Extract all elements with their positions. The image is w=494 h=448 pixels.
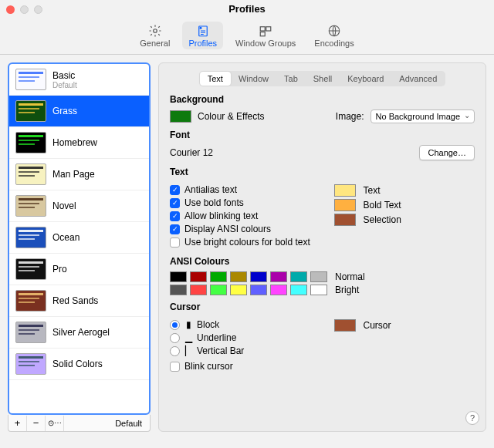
profile-name: Novel bbox=[52, 200, 76, 211]
text-colour-well-1[interactable] bbox=[334, 199, 356, 211]
tab-keyboard[interactable]: Keyboard bbox=[340, 72, 391, 86]
cursor-style-block[interactable]: ▮Block bbox=[170, 319, 311, 330]
profile-name: Pro bbox=[52, 264, 67, 275]
profile-thumb bbox=[15, 353, 46, 375]
ansi-normal-5[interactable] bbox=[270, 271, 287, 282]
window-title: Profiles bbox=[0, 3, 494, 15]
text-colour-label: Bold Text bbox=[364, 200, 401, 211]
profiles-list[interactable]: BasicDefaultGrassHomebrewMan PageNovelOc… bbox=[8, 62, 151, 415]
profile-row-grass[interactable]: Grass bbox=[9, 96, 149, 127]
text-option-1[interactable]: ✓Use bold fonts bbox=[170, 197, 311, 208]
ansi-bright-7[interactable] bbox=[310, 285, 327, 295]
profile-row-homebrew[interactable]: Homebrew bbox=[9, 127, 149, 159]
profile-thumb bbox=[15, 132, 46, 153]
checkbox-label: Display ANSI colours bbox=[184, 224, 271, 234]
ansi-bright-4[interactable] bbox=[250, 285, 267, 295]
cursor-colour-well[interactable] bbox=[334, 319, 356, 332]
ansi-normal-0[interactable] bbox=[170, 271, 187, 282]
toolbar-item-window-groups[interactable]: Window Groups bbox=[229, 22, 302, 49]
tab-advanced[interactable]: Advanced bbox=[391, 72, 445, 86]
cursor-heading: Cursor bbox=[170, 301, 475, 312]
add-profile-button[interactable]: + bbox=[8, 416, 27, 431]
profile-row-solid-colors[interactable]: Solid Colors bbox=[9, 349, 149, 380]
profile-thumb bbox=[15, 258, 46, 280]
tab-window[interactable]: Window bbox=[231, 72, 276, 86]
ansi-bright-1[interactable] bbox=[190, 285, 207, 295]
remove-profile-button[interactable]: − bbox=[27, 416, 46, 431]
profile-name: Ocean bbox=[52, 232, 80, 243]
profile-thumb bbox=[15, 69, 46, 90]
font-value: Courier 12 bbox=[170, 147, 213, 158]
text-colour-label: Text bbox=[364, 185, 381, 196]
cursor-style-underline[interactable]: ▁Underline bbox=[170, 332, 311, 343]
change-font-button[interactable]: Change… bbox=[419, 145, 475, 160]
text-option-0[interactable]: ✓Antialias text bbox=[170, 184, 311, 195]
background-colour-well[interactable] bbox=[170, 110, 191, 123]
profile-row-man-page[interactable]: Man Page bbox=[9, 159, 149, 190]
profile-detail-pane: TextWindowTabShellKeyboardAdvanced Backg… bbox=[158, 62, 486, 432]
ansi-bright-3[interactable] bbox=[230, 285, 247, 295]
checkbox-icon: ✓ bbox=[170, 224, 180, 234]
profile-name: Silver Aerogel bbox=[52, 327, 110, 338]
profile-thumb bbox=[15, 195, 46, 217]
profile-thumb bbox=[15, 100, 46, 122]
ansi-normal-6[interactable] bbox=[290, 271, 307, 282]
text-option-3[interactable]: ✓Display ANSI colours bbox=[170, 224, 311, 234]
toolbar-item-encodings[interactable]: Encodings bbox=[308, 22, 360, 49]
set-default-button[interactable]: Default bbox=[107, 419, 150, 428]
tab-text[interactable]: Text bbox=[200, 72, 231, 86]
profile-thumb bbox=[15, 163, 46, 185]
checkbox-label: Blink cursor bbox=[184, 361, 233, 372]
profile-row-silver-aerogel[interactable]: Silver Aerogel bbox=[9, 317, 149, 349]
text-colour-well-0[interactable] bbox=[334, 184, 356, 197]
ansi-bright-2[interactable] bbox=[210, 285, 227, 295]
svg-point-2 bbox=[200, 27, 201, 29]
checkbox-icon bbox=[170, 362, 180, 372]
ansi-normal-3[interactable] bbox=[230, 271, 247, 282]
tab-tab[interactable]: Tab bbox=[276, 72, 306, 86]
ansi-normal-2[interactable] bbox=[210, 271, 227, 282]
svg-rect-3 bbox=[260, 27, 265, 31]
radio-icon bbox=[170, 346, 180, 356]
ansi-normal-7[interactable] bbox=[310, 271, 327, 282]
cursor-swatch-label: Cursor bbox=[364, 320, 391, 331]
font-heading: Font bbox=[170, 130, 475, 140]
profile-name: Man Page bbox=[52, 169, 95, 180]
ansi-bright-6[interactable] bbox=[290, 285, 307, 295]
profile-row-pro[interactable]: Pro bbox=[9, 254, 149, 285]
profile-row-basic[interactable]: BasicDefault bbox=[9, 64, 149, 96]
radio-icon bbox=[170, 333, 180, 343]
text-option-2[interactable]: ✓Allow blinking text bbox=[170, 211, 311, 221]
text-option-4[interactable]: Use bright colours for bold text bbox=[170, 237, 311, 248]
checkbox-label: Allow blinking text bbox=[184, 211, 258, 221]
background-image-select[interactable]: No Background Image bbox=[370, 109, 475, 123]
checkbox-icon: ✓ bbox=[170, 198, 180, 208]
profile-name: Homebrew bbox=[52, 137, 97, 148]
profile-row-ocean[interactable]: Ocean bbox=[9, 222, 149, 254]
svg-rect-4 bbox=[266, 27, 271, 31]
colour-effects-label: Colour & Effects bbox=[198, 111, 264, 122]
profile-name: Basic bbox=[52, 70, 77, 81]
checkbox-label: Use bright colours for bold text bbox=[184, 237, 310, 248]
help-button[interactable]: ? bbox=[465, 411, 479, 425]
text-colour-well-2[interactable] bbox=[334, 214, 356, 226]
tab-shell[interactable]: Shell bbox=[306, 72, 340, 86]
profile-menu-button[interactable]: ⊙⋯ bbox=[46, 416, 64, 431]
profile-row-novel[interactable]: Novel bbox=[9, 190, 149, 222]
ansi-bright-label: Bright bbox=[335, 285, 359, 295]
svg-rect-5 bbox=[260, 32, 265, 36]
ansi-normal-4[interactable] bbox=[250, 271, 267, 282]
toolbar-item-profiles[interactable]: Profiles bbox=[182, 22, 223, 49]
profile-row-red-sands[interactable]: Red Sands bbox=[9, 285, 149, 317]
image-label: Image: bbox=[336, 111, 364, 122]
ansi-normal-1[interactable] bbox=[190, 271, 207, 282]
cursor-style-vertical-bar[interactable]: ▏Vertical Bar bbox=[170, 345, 311, 356]
radio-label: Vertical Bar bbox=[197, 345, 244, 356]
blink-cursor-checkbox[interactable]: Blink cursor bbox=[170, 361, 311, 372]
cursor-glyph: ▏ bbox=[184, 345, 192, 356]
ansi-heading: ANSI Colours bbox=[170, 256, 475, 267]
toolbar-item-general[interactable]: General bbox=[134, 22, 176, 49]
ansi-bright-5[interactable] bbox=[270, 285, 287, 295]
ansi-bright-0[interactable] bbox=[170, 285, 187, 295]
profile-icon bbox=[195, 24, 211, 38]
